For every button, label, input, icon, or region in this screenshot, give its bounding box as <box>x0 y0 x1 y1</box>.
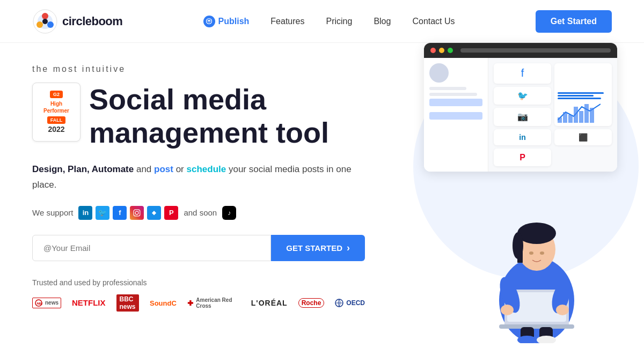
nav-links: Publish Features Pricing Blog Contact Us <box>203 16 455 27</box>
svg-rect-15 <box>558 117 562 123</box>
publish-icon <box>203 16 215 27</box>
brand-soundcloud: SoundCloud <box>150 298 177 308</box>
brand-netflix: NETFLIX <box>72 298 106 307</box>
logo-icon <box>32 9 58 34</box>
svg-rect-19 <box>579 111 583 123</box>
email-form: GET STARTED › <box>32 235 365 261</box>
schedule-link[interactable]: schedule <box>187 164 226 174</box>
g2-label: G2 <box>50 91 63 98</box>
g2-season: FALL <box>47 116 66 124</box>
logo-text: circleboom <box>62 14 122 28</box>
linkedin-icon: in <box>78 206 92 220</box>
nav-publish[interactable]: Publish <box>203 16 250 27</box>
svg-point-34 <box>501 305 514 315</box>
svg-point-30 <box>529 251 533 255</box>
svg-rect-21 <box>590 108 594 123</box>
hero-illustration: f 🐦 <box>381 32 644 343</box>
support-label: We support <box>32 208 73 217</box>
trusted-label: Trusted and used by professionals <box>32 278 365 287</box>
buffer-icon: ◆ <box>147 206 161 220</box>
svg-text:SoundCloud: SoundCloud <box>150 299 177 307</box>
nav-blog[interactable]: Blog <box>374 17 391 26</box>
trusted-section: Trusted and used by professionals NBC ne… <box>32 278 365 312</box>
hero-subtitle: the most intuitive <box>32 64 365 74</box>
hero-title: Social media management tool <box>89 83 329 149</box>
g2-high: High Performer <box>43 100 69 114</box>
svg-point-27 <box>517 223 556 244</box>
brand-roche: Roche <box>298 298 325 308</box>
svg-point-7 <box>136 211 139 214</box>
svg-point-31 <box>540 251 544 255</box>
svg-rect-20 <box>584 104 589 123</box>
svg-point-3 <box>47 21 54 28</box>
svg-text:NBC: NBC <box>37 302 43 305</box>
svg-point-2 <box>42 13 48 19</box>
hero-title-wrapper: G2 High Performer FALL 2022 Social media… <box>32 83 365 149</box>
publish-label: Publish <box>218 17 250 26</box>
arrow-icon: › <box>347 242 350 254</box>
instagram-icon <box>130 206 144 220</box>
svg-point-4 <box>36 21 43 28</box>
svg-point-8 <box>138 211 139 211</box>
support-soon-label: and soon <box>184 208 217 217</box>
get-started-button[interactable]: GET STARTED › <box>271 235 365 261</box>
twitter-icon: 🐦 <box>96 206 109 220</box>
svg-rect-18 <box>574 107 578 123</box>
logo[interactable]: circleboom <box>32 9 122 34</box>
dashboard-mockup: f 🐦 <box>424 43 617 172</box>
nav-cta-button[interactable]: Get Started <box>536 10 612 33</box>
email-input[interactable] <box>32 235 271 261</box>
svg-point-35 <box>556 305 569 315</box>
svg-rect-17 <box>568 115 573 123</box>
brand-oecd: OECD <box>335 299 365 307</box>
brand-redcross: American Red Cross <box>187 297 240 309</box>
nav-pricing[interactable]: Pricing <box>326 17 352 26</box>
character-illustration <box>467 166 606 343</box>
social-icons-list: in 🐦 f ◆ P <box>78 206 178 220</box>
svg-rect-6 <box>134 210 141 216</box>
svg-point-5 <box>42 19 48 24</box>
support-row: We support in 🐦 f ◆ P and soon ♪ <box>32 206 365 220</box>
hero-left: the most intuitive G2 High Performer FAL… <box>32 64 365 312</box>
tiktok-icon: ♪ <box>222 206 236 220</box>
g2-year: 2022 <box>48 125 64 134</box>
brand-logos: NBC news NETFLIX BBCnews SoundCloud Amer… <box>32 294 365 312</box>
svg-rect-29 <box>517 241 523 263</box>
nav-features[interactable]: Features <box>270 17 304 26</box>
brand-nbcnews: NBC news <box>32 298 61 308</box>
g2-badge: G2 High Performer FALL 2022 <box>32 83 80 142</box>
brand-bbcnews: BBCnews <box>116 294 139 312</box>
svg-rect-16 <box>563 112 567 123</box>
facebook-icon: f <box>113 206 127 220</box>
hero-description: Design, Plan, Automate and post or sched… <box>32 162 365 193</box>
svg-rect-25 <box>499 324 574 329</box>
brand-loreal: L'ORÉAL <box>251 299 288 307</box>
post-link[interactable]: post <box>154 164 173 174</box>
nav-contact[interactable]: Contact Us <box>412 17 455 26</box>
main-content: the most intuitive G2 High Performer FAL… <box>0 43 644 312</box>
pinterest-icon: P <box>164 206 178 220</box>
svg-rect-13 <box>187 302 193 303</box>
